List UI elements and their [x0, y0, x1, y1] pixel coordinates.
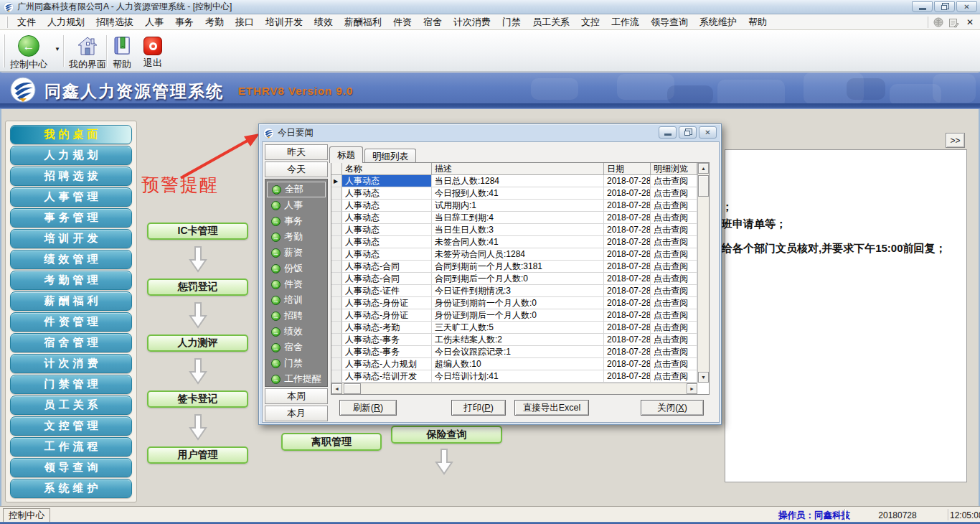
sidebar-item[interactable]: 薪酬福利: [10, 291, 132, 311]
view-detail-link[interactable]: 点击查阅: [651, 200, 697, 212]
sidebar-item[interactable]: 领导查询: [10, 458, 132, 477]
table-row[interactable]: 人事动态-考勤 三天旷工人数:5 2018-07-28 点击查阅: [331, 322, 697, 334]
expand-panel-button[interactable]: >>: [946, 133, 965, 148]
view-detail-link[interactable]: 点击查阅: [651, 297, 697, 309]
scroll-left-button[interactable]: ◄: [331, 383, 342, 394]
table-row[interactable]: 人事动态 未签劳动合同人员:1284 2018-07-28 点击查阅: [331, 248, 697, 261]
horizontal-scrollbar[interactable]: ◄ ►: [331, 383, 697, 394]
dialog-footer-button[interactable]: 直接导出Excel: [514, 400, 589, 416]
dialog-tab[interactable]: 标题: [329, 146, 363, 163]
menu-item[interactable]: 培训开发: [260, 14, 308, 29]
table-row[interactable]: 人事动态-身份证 身份证到期后一个月人数:0 2018-07-28 点击查阅: [331, 309, 697, 322]
sidebar-item[interactable]: 工作流程: [10, 437, 132, 457]
view-detail-link[interactable]: 点击查阅: [651, 175, 697, 187]
view-detail-link[interactable]: 点击查阅: [651, 224, 697, 236]
menu-close-icon[interactable]: ✕: [963, 17, 976, 27]
view-detail-link[interactable]: 点击查阅: [651, 248, 697, 261]
table-row[interactable]: 人事动态 未签合同人数:41 2018-07-28 点击查阅: [331, 236, 697, 248]
table-row[interactable]: 人事动态-人力规划 超编人数:10 2018-07-28 点击查阅: [331, 358, 697, 370]
category-item[interactable]: → 考勤: [267, 229, 326, 245]
menu-item[interactable]: 薪酬福利: [339, 14, 387, 29]
horizontal-scroll-thumb[interactable]: [344, 383, 361, 394]
table-row[interactable]: 人事动态 试用期内:1 2018-07-28 点击查阅: [331, 200, 697, 212]
category-item[interactable]: → 工作提醒: [267, 371, 326, 387]
flow-button[interactable]: 人力测评: [147, 334, 248, 352]
table-row[interactable]: 人事动态-事务 工伤未结案人数:2 2018-07-28 点击查阅: [331, 334, 697, 346]
menu-item[interactable]: 工作流: [606, 14, 645, 29]
date-filter-button[interactable]: 今天: [265, 162, 328, 177]
category-item[interactable]: → 宿舍: [267, 340, 326, 355]
view-detail-link[interactable]: 点击查阅: [651, 358, 697, 370]
table-row[interactable]: 人事动态 当日辞工到期:4 2018-07-28 点击查阅: [331, 212, 697, 224]
menu-item[interactable]: 人事: [139, 14, 169, 29]
sidebar-item[interactable]: 人事管理: [10, 187, 132, 207]
category-item[interactable]: → 事务: [267, 213, 326, 229]
menu-item[interactable]: 帮助: [743, 14, 773, 29]
view-detail-link[interactable]: 点击查阅: [651, 334, 697, 346]
sidebar-item[interactable]: 文控管理: [10, 416, 132, 436]
menu-item[interactable]: 门禁: [496, 14, 527, 29]
table-column-header[interactable]: 描述: [432, 163, 604, 175]
table-row[interactable]: 人事动态-身份证 身份证到期前一个月人数:0 2018-07-28 点击查阅: [331, 297, 697, 309]
category-item[interactable]: → 门禁: [267, 355, 326, 371]
toolbar-button-exit[interactable]: 退出: [141, 34, 165, 71]
dialog-footer-button[interactable]: 关闭(X): [641, 400, 704, 416]
menu-item[interactable]: 文件: [11, 14, 42, 29]
flow-button[interactable]: 用户管理: [147, 446, 248, 464]
menu-item[interactable]: 员工关系: [527, 14, 575, 29]
sidebar-item[interactable]: 培训开发: [10, 229, 132, 248]
menu-item[interactable]: 件资: [387, 14, 418, 29]
sidebar-item[interactable]: 门禁管理: [10, 375, 132, 394]
table-row[interactable]: 人事动态 当日生日人数:3 2018-07-28 点击查阅: [331, 224, 697, 236]
menu-item[interactable]: 考勤: [199, 14, 230, 29]
table-row[interactable]: 人事动态-合同 合同到期后一个月人数:0 2018-07-28 点击查阅: [331, 273, 697, 285]
toolbar-button-control-center[interactable]: ← 控制中心: [7, 34, 50, 72]
flow-button[interactable]: 惩罚登记: [147, 279, 248, 296]
table-column-header[interactable]: 日期: [604, 163, 651, 175]
toolbar-button-help[interactable]: 帮助: [109, 34, 135, 72]
flow-button[interactable]: IC卡管理: [147, 223, 248, 240]
sidebar-item[interactable]: 我的桌面: [10, 125, 132, 144]
table-row[interactable]: 人事动态 当日总人数:1284 2018-07-28 点击查阅: [331, 175, 697, 187]
sidebar-item[interactable]: 人力规划: [10, 146, 132, 165]
vertical-scrollbar[interactable]: ▲ ▼: [697, 163, 709, 383]
table-column-header[interactable]: 明细浏览: [651, 163, 697, 175]
scroll-down-button[interactable]: ▼: [698, 372, 709, 383]
dialog-minimize-button[interactable]: [659, 126, 677, 139]
scroll-up-button[interactable]: ▲: [698, 163, 709, 174]
menu-item[interactable]: 系统维护: [694, 14, 743, 29]
category-item[interactable]: → 件资: [267, 276, 326, 292]
category-item[interactable]: → 人事: [267, 197, 326, 213]
menu-item[interactable]: 领导查询: [645, 14, 694, 29]
print-icon[interactable]: [933, 17, 944, 28]
menu-item[interactable]: 计次消费: [448, 14, 496, 29]
category-item[interactable]: → 全部: [267, 182, 326, 197]
sidebar-item[interactable]: 招聘选拔: [10, 167, 132, 186]
view-detail-link[interactable]: 点击查阅: [651, 370, 697, 383]
menu-item[interactable]: 文控: [575, 14, 606, 29]
sidebar-item[interactable]: 员工关系: [10, 396, 132, 415]
control-center-dropdown-caret[interactable]: ▼: [55, 46, 60, 52]
table-column-header[interactable]: 名称: [342, 163, 432, 175]
menu-item[interactable]: 招聘选拔: [90, 14, 139, 29]
sidebar-item[interactable]: 宿舍管理: [10, 333, 132, 352]
sidebar-item[interactable]: 考勤管理: [10, 271, 132, 290]
menu-item[interactable]: 接口: [230, 14, 260, 29]
edit-note-icon[interactable]: [948, 17, 959, 28]
date-filter-button[interactable]: 昨天: [265, 144, 328, 160]
sidebar-item[interactable]: 事务管理: [10, 208, 132, 228]
category-item[interactable]: → 培训: [267, 292, 326, 308]
view-detail-link[interactable]: 点击查阅: [651, 187, 697, 200]
table-row[interactable]: 人事动态-证件 今日证件到期情况:3 2018-07-28 点击查阅: [331, 285, 697, 297]
dialog-maximize-button[interactable]: [679, 126, 697, 139]
dialog-footer-button[interactable]: 刷新(R): [339, 400, 397, 416]
category-item[interactable]: → 薪资: [267, 245, 326, 261]
restore-button[interactable]: [934, 1, 955, 12]
sidebar-item[interactable]: 计次消费: [10, 354, 132, 373]
view-detail-link[interactable]: 点击查阅: [651, 346, 697, 358]
category-item[interactable]: → 招聘: [267, 308, 326, 324]
close-button[interactable]: ✕: [956, 1, 977, 12]
table-row[interactable]: 人事动态-合同 合同到期前一个月人数:3181 2018-07-28 点击查阅: [331, 261, 697, 273]
category-item[interactable]: → 份饭: [267, 261, 326, 276]
view-detail-link[interactable]: 点击查阅: [651, 309, 697, 322]
